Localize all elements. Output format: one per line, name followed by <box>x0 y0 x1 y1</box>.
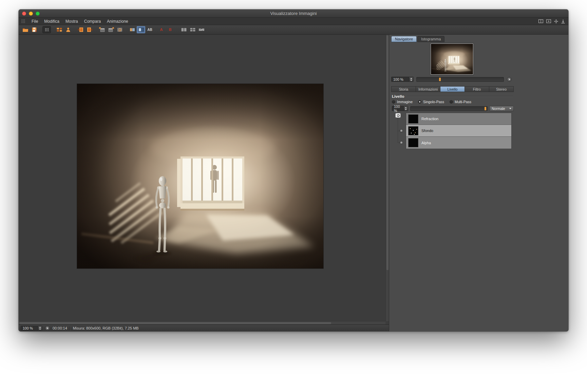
layer-row-sfondo[interactable]: Sfondo <box>406 125 511 137</box>
step-up-icon[interactable] <box>39 326 41 328</box>
person-icon <box>65 27 71 32</box>
grid-pane-icon <box>190 27 196 32</box>
tab-storia[interactable]: Storia <box>392 87 416 92</box>
tab-stereo[interactable]: Stereo <box>489 87 513 92</box>
panel-grip-icon[interactable] <box>21 19 25 23</box>
opacity-slider-handle[interactable] <box>485 107 486 110</box>
layer-list: Refraction Sfondo Alpha <box>394 113 512 149</box>
content-area: 100 % 00:00:14 Misura: 800x600, RGB (32B… <box>19 35 568 331</box>
menu-item-compara[interactable]: Compara <box>81 19 104 24</box>
step-down-icon[interactable] <box>405 109 407 110</box>
blend-mode-dropdown[interactable]: Normale <box>489 106 514 111</box>
expand-window-button[interactable] <box>98 26 106 33</box>
menu-item-animazione[interactable]: Animazione <box>104 19 131 24</box>
layer-opacity-slider[interactable] <box>410 106 488 111</box>
open-image-button[interactable] <box>21 26 30 33</box>
mode-immagine[interactable]: Immagine <box>392 100 413 104</box>
tiles-icon <box>56 27 62 32</box>
mode-singolo-pass[interactable]: Singolo-Pass <box>418 100 444 104</box>
layer-visibility-master-icon[interactable] <box>395 113 401 118</box>
move-panel-icon[interactable] <box>554 19 558 23</box>
menu-item-modifica[interactable]: Modifica <box>41 19 62 24</box>
swap-arrows-icon <box>198 27 205 32</box>
arrow-right-panel-icon <box>87 27 93 32</box>
navigator-zoom-field[interactable]: 100 % <box>391 77 414 82</box>
compare-ab-toggle[interactable] <box>137 26 145 33</box>
dock-panel-icon[interactable] <box>561 19 565 23</box>
a-label: A <box>160 28 163 32</box>
maximize-window-button[interactable] <box>107 26 115 33</box>
radio-icon[interactable] <box>450 100 453 104</box>
image-canvas[interactable] <box>19 35 389 324</box>
split-panel-icon[interactable] <box>538 19 543 23</box>
zoom-button[interactable] <box>36 12 40 16</box>
set-compare-b-button[interactable]: B <box>167 26 175 33</box>
layer-bracket <box>398 143 400 143</box>
horizontal-scrollbar-thumb[interactable] <box>19 322 331 324</box>
desktop: { "window": { "title": "Visualizzatore I… <box>0 0 587 392</box>
save-disk-icon <box>31 27 37 32</box>
horizontal-scrollbar[interactable] <box>19 321 385 324</box>
compare-ab-mode-button[interactable]: AB <box>146 26 154 33</box>
next-image-button[interactable] <box>85 26 94 33</box>
menu-bar: File Modifica Mostra Compara Animazione <box>19 18 568 25</box>
status-zoom-field[interactable]: 100 % <box>21 326 42 331</box>
pass-mode-group: Immagine Singolo-Pass Multi-Pass <box>392 100 471 104</box>
add-panel-icon[interactable] <box>546 19 551 23</box>
figure-view-button[interactable] <box>64 26 72 33</box>
navigator-zoom-slider[interactable] <box>416 77 504 82</box>
tab-navigatore[interactable]: Navigatore <box>391 36 417 42</box>
layer-toggle-alpha[interactable] <box>400 141 403 144</box>
step-up-icon[interactable] <box>410 78 412 79</box>
vertical-scrollbar[interactable] <box>385 35 389 321</box>
refresh-view-button[interactable] <box>115 26 124 33</box>
tab-informazioni[interactable]: Informazioni <box>416 87 440 92</box>
render-image <box>77 84 323 268</box>
maximize-corner-icon <box>108 27 114 32</box>
tab-livello[interactable]: Livello <box>440 87 465 92</box>
layer-toggle-sfondo[interactable] <box>400 129 403 132</box>
image-tiles-button[interactable] <box>55 26 63 33</box>
step-down-icon[interactable] <box>39 329 41 330</box>
mode-multi-pass[interactable]: Multi-Pass <box>450 100 471 104</box>
radio-icon[interactable] <box>392 100 395 104</box>
step-up-icon[interactable] <box>405 107 407 108</box>
zoom-slider-handle[interactable] <box>439 78 441 81</box>
status-info: Misura: 800x600, RGB (32Bit), 7.25 MB <box>73 326 139 330</box>
step-down-icon[interactable] <box>410 80 412 81</box>
tab-filtro[interactable]: Filtro <box>465 87 489 92</box>
previous-image-button[interactable] <box>76 26 85 33</box>
navigator-preview[interactable] <box>431 43 473 75</box>
vertical-scrollbar-thumb[interactable] <box>386 35 389 270</box>
split-horizontal-button[interactable] <box>179 26 188 33</box>
compare-images-button[interactable] <box>128 26 136 33</box>
close-button[interactable] <box>22 12 26 16</box>
layer-row-refraction[interactable]: Refraction <box>406 113 511 125</box>
layer-row-alpha[interactable]: Alpha <box>406 137 511 149</box>
swap-compare-button[interactable] <box>197 26 206 33</box>
menu-item-file[interactable]: File <box>29 19 41 24</box>
save-image-button[interactable] <box>30 26 38 33</box>
tab-istogramma[interactable]: Istogramma <box>417 36 444 42</box>
status-play-button[interactable] <box>45 326 50 331</box>
radio-selected-icon[interactable] <box>418 100 421 104</box>
blend-mode-value: Normale <box>492 107 505 111</box>
navigator-zoom-stepper[interactable] <box>409 77 413 81</box>
grid-dots-icon <box>44 27 50 32</box>
layer-rows: Refraction Sfondo Alpha <box>406 113 512 149</box>
window-title: Visualizzatore Immagini <box>270 11 317 16</box>
set-compare-a-button[interactable]: A <box>158 26 167 33</box>
opacity-stepper[interactable] <box>403 106 408 111</box>
minimize-button[interactable] <box>29 12 33 16</box>
navigator-step-button[interactable] <box>507 77 512 82</box>
viewer-column: 100 % 00:00:14 Misura: 800x600, RGB (32B… <box>19 35 389 331</box>
status-zoom-stepper[interactable] <box>38 326 42 330</box>
layer-thumbnail <box>408 114 418 124</box>
menu-item-mostra[interactable]: Mostra <box>62 19 81 24</box>
layer-opacity-field[interactable]: 100 % <box>392 106 408 111</box>
title-bar[interactable]: Visualizzatore Immagini <box>19 10 568 18</box>
navigator-zoom-value: 100 % <box>393 77 403 81</box>
section-title: Livello <box>392 94 404 98</box>
split-grid-button[interactable] <box>188 26 197 33</box>
layout-grid-button[interactable] <box>42 26 51 33</box>
